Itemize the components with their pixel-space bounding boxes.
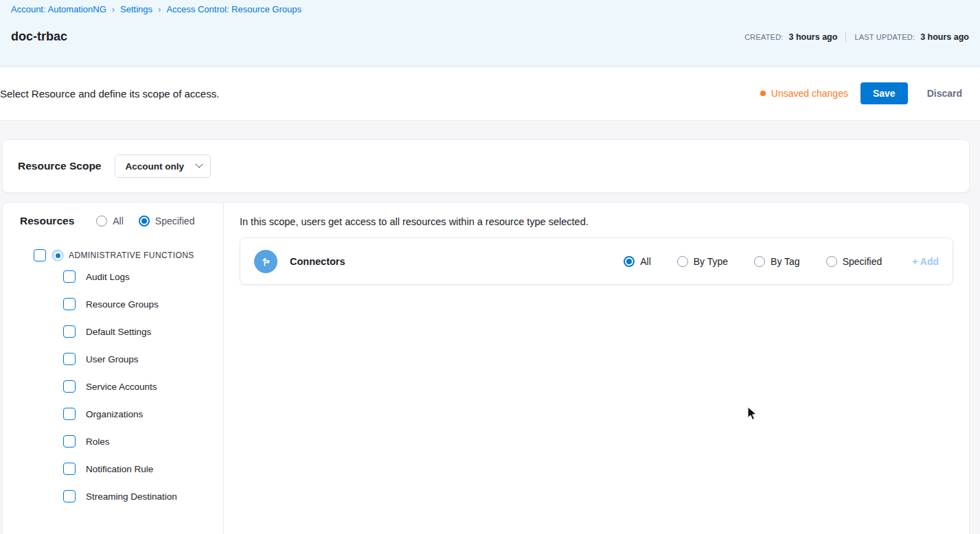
radio-label: Specified [843, 256, 882, 267]
item-label: Streaming Destination [86, 491, 177, 502]
tree-item-audit-logs[interactable]: Audit Logs [3, 263, 223, 290]
tree-group-administrative-functions[interactable]: ADMINISTRATIVE FUNCTIONS [3, 248, 223, 263]
connectors-row: Connectors All By Type By Tag [240, 237, 953, 285]
radio-label: All [113, 216, 124, 227]
connectors-scope-options: All By Type By Tag Specified + Add [624, 256, 939, 267]
tree-item-streaming-destination[interactable]: Streaming Destination [3, 483, 223, 510]
radio-unselected-icon[interactable] [754, 256, 765, 267]
item-label: Service Accounts [86, 382, 157, 392]
tree-item-organizations[interactable]: Organizations [3, 400, 223, 428]
tree-item-roles[interactable]: Roles [3, 428, 223, 455]
resources-card: Resources All Specified ADMINISTRATIVE F… [2, 202, 970, 534]
item-checkbox[interactable] [63, 435, 76, 448]
connectors-radio-all[interactable]: All [624, 256, 651, 267]
unsaved-changes-indicator: Unsaved changes [760, 88, 848, 99]
radio-label: All [640, 256, 651, 267]
resource-scope-dropdown[interactable]: Account only [115, 154, 211, 178]
resource-scope-card: Resource Scope Account only [2, 139, 970, 193]
breadcrumb-separator-icon: › [158, 4, 161, 14]
item-label: Roles [86, 437, 110, 447]
created-label: CREATED: [744, 33, 783, 41]
tree-item-resource-groups[interactable]: Resource Groups [3, 290, 223, 318]
item-checkbox[interactable] [63, 380, 76, 393]
unsaved-changes-label: Unsaved changes [771, 88, 848, 99]
tree-item-notification-rule[interactable]: Notification Rule [3, 455, 223, 483]
breadcrumb-settings[interactable]: Settings [120, 4, 152, 14]
resource-tree: ADMINISTRATIVE FUNCTIONS Audit Logs Reso… [3, 248, 223, 510]
main-content: Resource Scope Account only Resources Al… [0, 121, 980, 534]
unsaved-dot-icon [760, 91, 766, 96]
resource-scope-label: Resource Scope [18, 160, 101, 172]
page-title: doc-trbac [11, 30, 67, 44]
item-checkbox[interactable] [63, 298, 76, 310]
item-checkbox[interactable] [63, 270, 76, 283]
item-checkbox[interactable] [63, 353, 76, 365]
breadcrumb: Account: AutomationNG › Settings › Acces… [11, 4, 969, 14]
add-connectors-link[interactable]: + Add [912, 256, 939, 267]
last-updated-value: 3 hours ago [920, 32, 969, 42]
page-header: Account: AutomationNG › Settings › Acces… [0, 0, 980, 67]
item-label: Notification Rule [86, 464, 153, 474]
scope-detail-panel: In this scope, users get access to all r… [224, 203, 969, 534]
resources-tree-panel: Resources All Specified ADMINISTRATIVE F… [3, 203, 224, 534]
connectors-radio-by-tag[interactable]: By Tag [754, 256, 800, 267]
item-checkbox[interactable] [63, 408, 76, 420]
radio-unselected-icon[interactable] [826, 256, 837, 267]
tree-item-user-groups[interactable]: User Groups [3, 345, 223, 373]
created-value: 3 hours ago [789, 32, 838, 42]
save-button[interactable]: Save [861, 82, 908, 104]
radio-unselected-icon[interactable] [96, 216, 107, 227]
item-label: User Groups [86, 354, 139, 364]
connectors-icon [254, 250, 277, 273]
resources-radio-all[interactable]: All [96, 216, 124, 227]
chevron-down-icon [195, 161, 203, 168]
radio-selected-icon[interactable] [139, 216, 150, 227]
radio-unselected-icon[interactable] [677, 256, 688, 267]
last-updated-label: LAST UPDATED: [854, 33, 915, 41]
timestamps: CREATED: 3 hours ago LAST UPDATED: 3 hou… [744, 32, 969, 43]
tree-item-service-accounts[interactable]: Service Accounts [3, 373, 223, 400]
resource-scope-selected-value: Account only [125, 161, 184, 172]
toolbar-description: Select Resource and define its scope of … [0, 88, 219, 100]
radio-label: By Type [694, 256, 728, 267]
group-selected-badge-icon [52, 249, 64, 262]
radio-label: Specified [155, 216, 195, 227]
discard-button[interactable]: Discard [920, 82, 969, 104]
tree-item-default-settings[interactable]: Default Settings [3, 318, 223, 345]
resources-radio-specified[interactable]: Specified [139, 216, 195, 227]
item-checkbox[interactable] [63, 490, 76, 502]
item-label: Audit Logs [86, 272, 130, 282]
group-label: ADMINISTRATIVE FUNCTIONS [69, 251, 194, 260]
action-toolbar: Select Resource and define its scope of … [0, 67, 980, 121]
meta-divider [845, 32, 846, 43]
breadcrumb-account[interactable]: Account: AutomationNG [11, 4, 106, 14]
item-checkbox[interactable] [63, 325, 76, 338]
item-label: Resource Groups [86, 299, 159, 310]
radio-selected-icon[interactable] [624, 256, 635, 267]
radio-label: By Tag [771, 256, 800, 267]
breadcrumb-access-control[interactable]: Access Control: Resource Groups [166, 4, 301, 14]
item-label: Default Settings [86, 327, 151, 337]
item-checkbox[interactable] [63, 463, 76, 475]
scope-description: In this scope, users get access to all r… [240, 216, 953, 227]
group-checkbox[interactable] [34, 249, 46, 262]
resources-label: Resources [20, 215, 74, 227]
connectors-radio-specified[interactable]: Specified [826, 256, 882, 267]
connectors-radio-by-type[interactable]: By Type [677, 256, 728, 267]
item-label: Organizations [86, 409, 143, 419]
connectors-title: Connectors [290, 256, 345, 267]
breadcrumb-separator-icon: › [112, 4, 115, 14]
